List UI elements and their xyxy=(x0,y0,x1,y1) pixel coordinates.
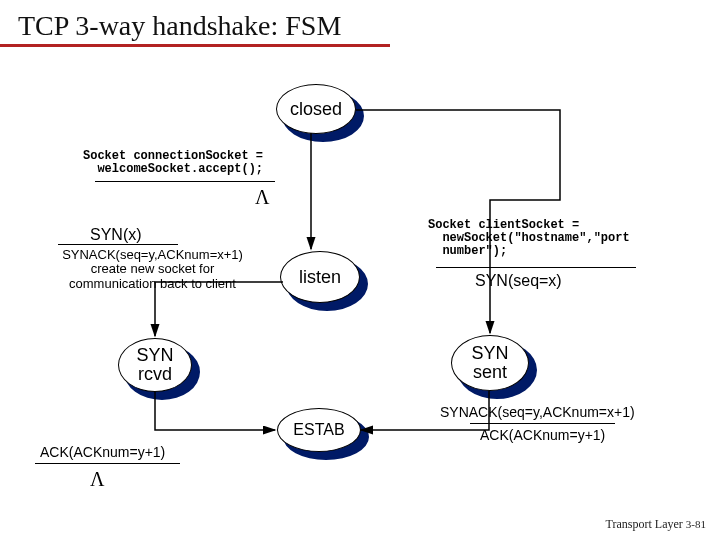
slide-footer: Transport Layer 3-81 xyxy=(606,517,706,532)
rule-server-code xyxy=(95,181,275,182)
state-synsent-label: SYNsent xyxy=(471,344,508,382)
label-synack-event: SYNACK(seq=y,ACKnum=x+1) xyxy=(440,405,635,420)
state-estab: ESTAB xyxy=(277,408,361,452)
label-client-code: Socket clientSocket = newSocket("hostnam… xyxy=(428,219,630,259)
state-listen: listen xyxy=(280,251,360,303)
rule-synack-event xyxy=(470,423,615,424)
footer-label: Transport Layer xyxy=(606,517,683,531)
rule-syn-x xyxy=(58,244,178,245)
label-synack-action: SYNACK(seq=y,ACKnum=x+1) create new sock… xyxy=(45,248,260,291)
label-lambda-2: Λ xyxy=(90,468,105,490)
footer-page: 3-81 xyxy=(686,518,706,530)
state-closed: closed xyxy=(276,84,356,134)
state-synrcvd-label: SYNrcvd xyxy=(136,346,173,384)
rule-client-code xyxy=(436,267,636,268)
label-ack-action: ACK(ACKnum=y+1) xyxy=(480,428,605,443)
rule-ack-event xyxy=(35,463,180,464)
label-syn-x: SYN(x) xyxy=(90,226,142,244)
label-server-code: Socket connectionSocket = welcomeSocket.… xyxy=(83,150,263,176)
state-estab-label: ESTAB xyxy=(293,422,344,439)
label-syn-seqx: SYN(seq=x) xyxy=(475,272,562,290)
state-listen-label: listen xyxy=(299,268,341,287)
label-lambda-1: Λ xyxy=(255,186,270,208)
title-underline xyxy=(0,44,390,47)
state-closed-label: closed xyxy=(290,100,342,119)
state-synsent: SYNsent xyxy=(451,335,529,391)
state-synrcvd: SYNrcvd xyxy=(118,338,192,392)
label-ack-event: ACK(ACKnum=y+1) xyxy=(40,445,165,460)
slide-title: TCP 3-way handshake: FSM xyxy=(18,10,341,42)
